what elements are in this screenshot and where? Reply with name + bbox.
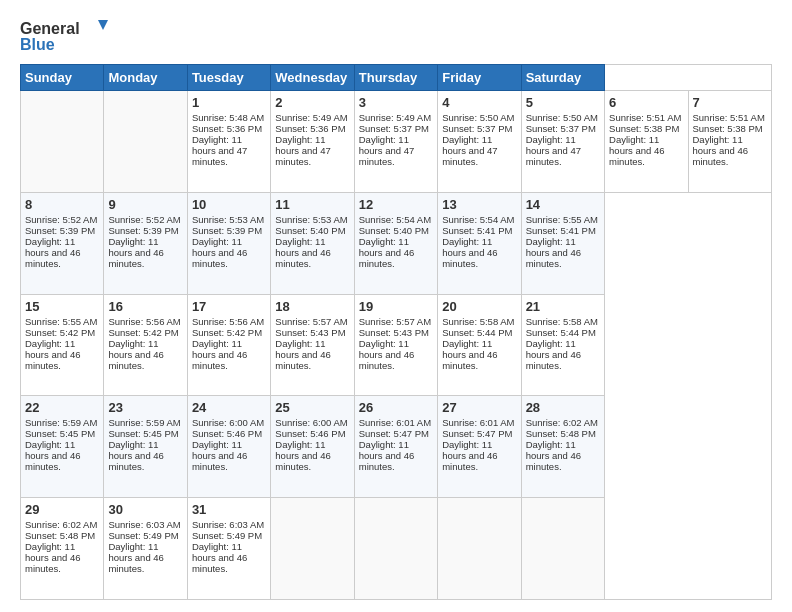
sunset-text: Sunset: 5:42 PM (108, 327, 178, 338)
day-header-thursday: Thursday (354, 65, 437, 91)
sunset-text: Sunset: 5:39 PM (25, 225, 95, 236)
daylight-label: Daylight: 11 hours and 46 minutes. (609, 134, 664, 167)
day-number: 4 (442, 95, 516, 110)
calendar-cell (104, 91, 187, 193)
sunset-text: Sunset: 5:37 PM (442, 123, 512, 134)
calendar-cell: 14Sunrise: 5:55 AMSunset: 5:41 PMDayligh… (521, 192, 604, 294)
week-row-4: 22Sunrise: 5:59 AMSunset: 5:45 PMDayligh… (21, 396, 772, 498)
calendar-cell: 22Sunrise: 5:59 AMSunset: 5:45 PMDayligh… (21, 396, 104, 498)
daylight-label: Daylight: 11 hours and 46 minutes. (442, 439, 497, 472)
sunrise-text: Sunrise: 5:49 AM (359, 112, 431, 123)
day-number: 26 (359, 400, 433, 415)
day-number: 21 (526, 299, 600, 314)
week-row-3: 15Sunrise: 5:55 AMSunset: 5:42 PMDayligh… (21, 294, 772, 396)
sunrise-text: Sunrise: 6:02 AM (25, 519, 97, 530)
sunrise-text: Sunrise: 5:57 AM (359, 316, 431, 327)
daylight-label: Daylight: 11 hours and 46 minutes. (275, 338, 330, 371)
day-number: 29 (25, 502, 99, 517)
daylight-label: Daylight: 11 hours and 47 minutes. (275, 134, 330, 167)
calendar-cell: 21Sunrise: 5:58 AMSunset: 5:44 PMDayligh… (521, 294, 604, 396)
sunrise-text: Sunrise: 5:51 AM (609, 112, 681, 123)
daylight-label: Daylight: 11 hours and 46 minutes. (25, 541, 80, 574)
svg-marker-2 (98, 20, 108, 30)
day-number: 1 (192, 95, 266, 110)
sunrise-text: Sunrise: 5:48 AM (192, 112, 264, 123)
svg-text:General: General (20, 20, 80, 37)
calendar-cell: 29Sunrise: 6:02 AMSunset: 5:48 PMDayligh… (21, 498, 104, 600)
day-number: 9 (108, 197, 182, 212)
day-header-saturday: Saturday (521, 65, 604, 91)
daylight-label: Daylight: 11 hours and 46 minutes. (442, 338, 497, 371)
daylight-label: Daylight: 11 hours and 46 minutes. (108, 541, 163, 574)
sunrise-text: Sunrise: 6:01 AM (442, 417, 514, 428)
daylight-label: Daylight: 11 hours and 46 minutes. (108, 236, 163, 269)
sunset-text: Sunset: 5:48 PM (25, 530, 95, 541)
sunrise-text: Sunrise: 5:50 AM (442, 112, 514, 123)
day-number: 20 (442, 299, 516, 314)
sunset-text: Sunset: 5:42 PM (25, 327, 95, 338)
calendar-cell: 18Sunrise: 5:57 AMSunset: 5:43 PMDayligh… (271, 294, 354, 396)
sunrise-text: Sunrise: 5:53 AM (192, 214, 264, 225)
calendar-cell: 20Sunrise: 5:58 AMSunset: 5:44 PMDayligh… (438, 294, 521, 396)
day-header-friday: Friday (438, 65, 521, 91)
calendar-cell: 10Sunrise: 5:53 AMSunset: 5:39 PMDayligh… (187, 192, 270, 294)
day-header-monday: Monday (104, 65, 187, 91)
sunrise-text: Sunrise: 6:02 AM (526, 417, 598, 428)
sunrise-text: Sunrise: 6:03 AM (108, 519, 180, 530)
calendar-cell: 4Sunrise: 5:50 AMSunset: 5:37 PMDaylight… (438, 91, 521, 193)
sunrise-text: Sunrise: 5:58 AM (442, 316, 514, 327)
day-header-wednesday: Wednesday (271, 65, 354, 91)
week-row-1: 1Sunrise: 5:48 AMSunset: 5:36 PMDaylight… (21, 91, 772, 193)
sunrise-text: Sunrise: 5:50 AM (526, 112, 598, 123)
calendar-table: SundayMondayTuesdayWednesdayThursdayFrid… (20, 64, 772, 600)
sunset-text: Sunset: 5:36 PM (275, 123, 345, 134)
calendar-cell (354, 498, 437, 600)
calendar-cell (521, 498, 604, 600)
calendar-cell: 27Sunrise: 6:01 AMSunset: 5:47 PMDayligh… (438, 396, 521, 498)
sunset-text: Sunset: 5:44 PM (526, 327, 596, 338)
sunset-text: Sunset: 5:44 PM (442, 327, 512, 338)
sunrise-text: Sunrise: 5:55 AM (526, 214, 598, 225)
sunset-text: Sunset: 5:41 PM (526, 225, 596, 236)
sunrise-text: Sunrise: 5:56 AM (192, 316, 264, 327)
sunrise-text: Sunrise: 5:56 AM (108, 316, 180, 327)
sunrise-text: Sunrise: 5:52 AM (25, 214, 97, 225)
calendar-cell: 16Sunrise: 5:56 AMSunset: 5:42 PMDayligh… (104, 294, 187, 396)
week-row-2: 8Sunrise: 5:52 AMSunset: 5:39 PMDaylight… (21, 192, 772, 294)
calendar-cell (271, 498, 354, 600)
day-number: 15 (25, 299, 99, 314)
day-number: 7 (693, 95, 768, 110)
sunset-text: Sunset: 5:46 PM (275, 428, 345, 439)
day-number: 16 (108, 299, 182, 314)
daylight-label: Daylight: 11 hours and 46 minutes. (526, 236, 581, 269)
header: General Blue (20, 16, 772, 54)
calendar-cell: 25Sunrise: 6:00 AMSunset: 5:46 PMDayligh… (271, 396, 354, 498)
day-number: 13 (442, 197, 516, 212)
calendar-cell: 15Sunrise: 5:55 AMSunset: 5:42 PMDayligh… (21, 294, 104, 396)
daylight-label: Daylight: 11 hours and 46 minutes. (108, 338, 163, 371)
day-number: 12 (359, 197, 433, 212)
daylight-label: Daylight: 11 hours and 46 minutes. (25, 338, 80, 371)
daylight-label: Daylight: 11 hours and 46 minutes. (442, 236, 497, 269)
day-number: 2 (275, 95, 349, 110)
day-number: 14 (526, 197, 600, 212)
day-number: 22 (25, 400, 99, 415)
sunrise-text: Sunrise: 5:55 AM (25, 316, 97, 327)
daylight-label: Daylight: 11 hours and 46 minutes. (359, 338, 414, 371)
day-number: 30 (108, 502, 182, 517)
sunset-text: Sunset: 5:41 PM (442, 225, 512, 236)
sunset-text: Sunset: 5:43 PM (359, 327, 429, 338)
daylight-label: Daylight: 11 hours and 46 minutes. (526, 338, 581, 371)
calendar-cell: 19Sunrise: 5:57 AMSunset: 5:43 PMDayligh… (354, 294, 437, 396)
logo: General Blue (20, 16, 110, 54)
calendar-cell: 13Sunrise: 5:54 AMSunset: 5:41 PMDayligh… (438, 192, 521, 294)
day-number: 11 (275, 197, 349, 212)
sunset-text: Sunset: 5:45 PM (25, 428, 95, 439)
calendar-cell: 3Sunrise: 5:49 AMSunset: 5:37 PMDaylight… (354, 91, 437, 193)
sunset-text: Sunset: 5:39 PM (192, 225, 262, 236)
calendar-cell: 11Sunrise: 5:53 AMSunset: 5:40 PMDayligh… (271, 192, 354, 294)
sunset-text: Sunset: 5:47 PM (359, 428, 429, 439)
daylight-label: Daylight: 11 hours and 46 minutes. (25, 236, 80, 269)
sunset-text: Sunset: 5:40 PM (359, 225, 429, 236)
calendar-cell: 2Sunrise: 5:49 AMSunset: 5:36 PMDaylight… (271, 91, 354, 193)
